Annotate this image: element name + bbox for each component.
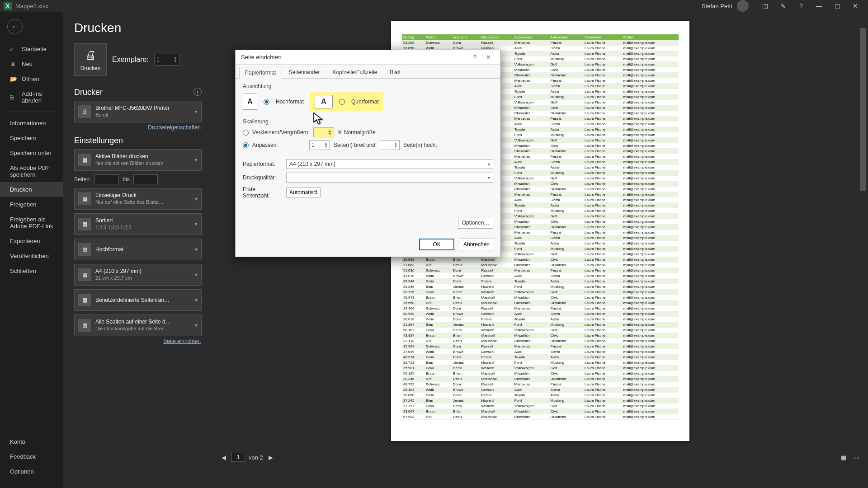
tab-blatt[interactable]: Blatt xyxy=(384,66,406,78)
options-button[interactable]: Optionen… xyxy=(458,217,493,229)
tab-papierformat[interactable]: Papierformat xyxy=(239,67,282,79)
zoom-input[interactable]: ▲▼ xyxy=(313,127,334,137)
cancel-button[interactable]: Abbrechen xyxy=(459,239,494,250)
portrait-icon: A xyxy=(243,94,257,110)
first-page-input[interactable] xyxy=(286,188,321,197)
paper-format-dropdown[interactable]: A4 (210 x 297 mm)▾ xyxy=(286,159,493,169)
ok-button[interactable]: OK xyxy=(419,239,454,250)
fit-tall-suffix: Seite(n) hoch. xyxy=(403,142,437,148)
portrait-radio[interactable] xyxy=(264,99,269,105)
zoom-suffix: % Normalgröße xyxy=(338,129,376,136)
landscape-radio[interactable] xyxy=(339,99,345,105)
fit-wide-suffix: Seite(n) breit und xyxy=(334,142,375,148)
dialog-title: Seite einrichten xyxy=(241,54,282,61)
page-setup-dialog: Seite einrichten ? ✕ PapierformatSeitenr… xyxy=(235,50,501,257)
dialog-close-button[interactable]: ✕ xyxy=(481,54,495,61)
print-quality-label: Druckqualität: xyxy=(243,174,282,181)
scaling-label: Skalierung xyxy=(243,118,493,125)
first-page-label: Erste Seitenzahl: xyxy=(243,186,282,199)
zoom-radio[interactable] xyxy=(243,130,249,136)
landscape-icon: A xyxy=(315,95,333,108)
landscape-label: Querformat xyxy=(351,99,379,105)
fit-label: Anpassen: xyxy=(252,142,306,148)
fit-wide-input[interactable]: 1▲▼ xyxy=(309,140,330,150)
print-quality-dropdown[interactable]: ▾ xyxy=(286,173,493,183)
fit-radio[interactable] xyxy=(243,142,249,148)
paper-format-label: Papierformat: xyxy=(243,161,282,167)
dialog-help-button[interactable]: ? xyxy=(468,54,481,61)
fit-tall-input[interactable]: ▲▼ xyxy=(379,140,400,150)
zoom-label: Verkleinern/Vergrößern: xyxy=(252,129,310,136)
tab-kopfzeile-fu-zeile[interactable]: Kopfzeile/Fußzeile xyxy=(326,66,383,78)
orientation-label: Ausrichtung xyxy=(243,83,493,89)
portrait-label: Hochformat xyxy=(276,99,304,105)
tab-seitenr-nder[interactable]: Seitenränder xyxy=(283,66,326,78)
